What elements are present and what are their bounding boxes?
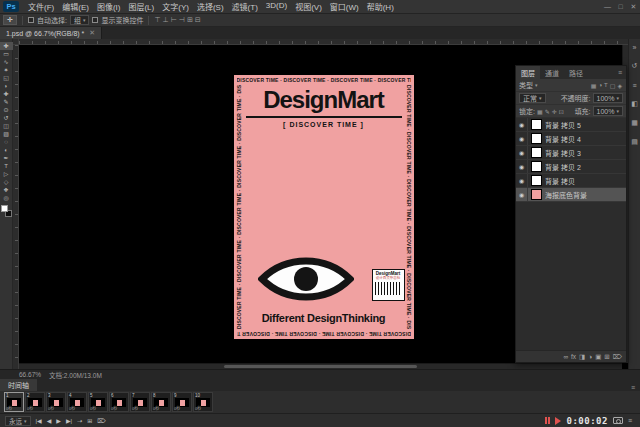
previous-frame-button[interactable]: ◀ — [47, 417, 52, 424]
lock-icon-2[interactable]: ✛ — [552, 108, 557, 115]
layer-visibility-icon[interactable]: ◉ — [516, 118, 528, 131]
delete-frame-button[interactable]: ⌦ — [97, 417, 105, 424]
recorder-menu-icon[interactable]: ≡ — [628, 417, 632, 424]
vertical-ruler[interactable] — [13, 45, 19, 369]
layers-panel-tab-路径[interactable]: 路径 — [564, 66, 588, 79]
align-icon-4[interactable]: ⊞ — [187, 16, 193, 24]
horizontal-ruler[interactable] — [19, 39, 628, 45]
history-panel-icon[interactable]: ↺ — [630, 61, 640, 71]
maximize-button[interactable]: □ — [614, 3, 627, 11]
filter-type-icon-4[interactable]: ◈ — [616, 82, 623, 89]
blend-mode-dropdown[interactable]: 正常 ▾ — [519, 93, 546, 103]
document-tab[interactable]: 1.psd @ 66.7%(RGB/8) * ✕ — [0, 27, 102, 39]
layer-row[interactable]: ◉背景 拷贝 5 — [516, 118, 626, 132]
align-icon-2[interactable]: ⊢ — [171, 16, 177, 24]
timeline-frame-10[interactable]: 100秒 — [193, 392, 213, 412]
layer-style-icon[interactable]: fx — [571, 353, 576, 360]
timeline-frame-2[interactable]: 20秒 — [25, 392, 45, 412]
layer-row[interactable]: ◉海报底色背景 — [516, 188, 626, 202]
magic-wand-tool[interactable]: ✶ — [0, 66, 13, 74]
healing-brush-tool[interactable]: ✚ — [0, 90, 13, 98]
menu-编辑(E)[interactable]: 编辑(E) — [58, 1, 93, 12]
menu-选择(S)[interactable]: 选择(S) — [193, 1, 228, 12]
layer-visibility-icon[interactable]: ◉ — [516, 132, 528, 145]
layer-visibility-icon[interactable]: ◉ — [516, 188, 528, 201]
timeline-tab[interactable]: 时间轴 — [0, 379, 37, 391]
menu-文字(Y)[interactable]: 文字(Y) — [158, 1, 193, 12]
eyedropper-tool[interactable]: ◗ — [0, 82, 13, 90]
frame-delay[interactable]: 0秒 — [6, 406, 12, 411]
timeline-frame-5[interactable]: 50秒 — [88, 392, 108, 412]
lock-icon-1[interactable]: ✎ — [545, 108, 550, 115]
lock-icon-0[interactable]: ▦ — [537, 108, 543, 115]
gradient-tool[interactable]: ▨ — [0, 130, 13, 138]
link-layers-icon[interactable]: ∞ — [563, 353, 568, 360]
camera-icon[interactable] — [613, 417, 623, 424]
timeline-frame-9[interactable]: 90秒 — [172, 392, 192, 412]
layer-visibility-icon[interactable]: ◉ — [516, 174, 528, 187]
panel-menu-icon[interactable]: ≡ — [614, 66, 626, 79]
tab-close-icon[interactable]: ✕ — [89, 29, 95, 37]
layer-row[interactable]: ◉背景 拷贝 — [516, 174, 626, 188]
menu-3D(D)[interactable]: 3D(D) — [262, 1, 291, 12]
layer-row[interactable]: ◉背景 拷贝 3 — [516, 146, 626, 160]
filter-type-icon-3[interactable]: ▢ — [609, 82, 617, 89]
play-icon[interactable] — [555, 417, 561, 425]
new-layer-icon[interactable]: ⊞ — [604, 353, 609, 361]
frame-delay[interactable]: 0秒 — [132, 406, 138, 411]
menu-视图(V)[interactable]: 视图(V) — [291, 1, 326, 12]
history-brush-tool[interactable]: ↺ — [0, 114, 13, 122]
adjustment-layer-icon[interactable]: ◑ — [588, 353, 592, 360]
frame-delay[interactable]: 0秒 — [90, 406, 96, 411]
frame-delay[interactable]: 0秒 — [111, 406, 117, 411]
swatches-panel-icon[interactable]: ▦ — [630, 118, 640, 128]
brush-tool[interactable]: ✎ — [0, 98, 13, 106]
menu-文件(F)[interactable]: 文件(F) — [24, 1, 58, 12]
path-selection-tool[interactable]: ▷ — [0, 170, 13, 178]
frame-delay[interactable]: 0秒 — [27, 406, 33, 411]
shape-tool[interactable]: ◇ — [0, 178, 13, 186]
timeline-menu-icon[interactable]: ≡ — [626, 384, 640, 391]
menu-图像(I)[interactable]: 图像(I) — [93, 1, 125, 12]
filter-type-icon-0[interactable]: ▦ — [590, 82, 598, 89]
tween-button[interactable]: ⇢ — [77, 417, 82, 424]
loop-dropdown[interactable]: 永远 ▾ — [5, 416, 31, 426]
layer-row[interactable]: ◉背景 拷贝 2 — [516, 160, 626, 174]
color-panel-icon[interactable]: ◧ — [630, 99, 640, 109]
blur-tool[interactable]: ◌ — [0, 138, 13, 146]
menu-窗口(W)[interactable]: 窗口(W) — [326, 1, 363, 12]
timeline-frame-1[interactable]: 10秒 — [4, 392, 24, 412]
next-frame-button[interactable]: ▶| — [66, 417, 72, 424]
pen-tool[interactable]: ✒ — [0, 154, 13, 162]
layer-visibility-icon[interactable]: ◉ — [516, 160, 528, 173]
timeline-frame-3[interactable]: 30秒 — [46, 392, 66, 412]
delete-layer-icon[interactable]: ⌦ — [613, 353, 622, 361]
minimize-button[interactable]: — — [601, 3, 614, 11]
menu-帮助(H)[interactable]: 帮助(H) — [363, 1, 398, 12]
timeline-frame-4[interactable]: 40秒 — [67, 392, 87, 412]
horizontal-scrollbar-thumb[interactable] — [224, 365, 417, 368]
layers-panel-tab-图层[interactable]: 图层 — [516, 66, 540, 79]
menu-滤镜(T)[interactable]: 滤镜(T) — [228, 1, 262, 12]
layers-panel-tab-通道[interactable]: 通道 — [540, 66, 564, 79]
hand-tool[interactable]: ❖ — [0, 186, 13, 194]
color-swatches[interactable] — [1, 205, 12, 217]
layer-mask-icon[interactable]: ◨ — [579, 353, 585, 361]
show-transform-checkbox[interactable] — [92, 17, 98, 23]
ruler-corner[interactable] — [13, 39, 19, 45]
layer-group-icon[interactable]: ▣ — [595, 353, 601, 361]
timeline-frame-7[interactable]: 70秒 — [130, 392, 150, 412]
duplicate-frame-button[interactable]: ⊞ — [87, 417, 92, 424]
frame-delay[interactable]: 0秒 — [174, 406, 180, 411]
move-tool[interactable]: ✛ — [0, 42, 13, 50]
collapse-panels-icon[interactable]: » — [630, 42, 640, 52]
filter-label[interactable]: 类型 — [519, 80, 533, 90]
foreground-color-swatch[interactable] — [1, 205, 8, 212]
timeline-frame-6[interactable]: 60秒 — [109, 392, 129, 412]
dodge-tool[interactable]: ◐ — [0, 146, 13, 154]
align-icon-1[interactable]: ⊥ — [163, 16, 169, 24]
play-button[interactable]: ▶ — [56, 417, 61, 424]
pause-icon[interactable] — [545, 417, 551, 424]
frame-delay[interactable]: 0秒 — [69, 406, 75, 411]
align-icon-5[interactable]: ⊟ — [195, 16, 201, 24]
